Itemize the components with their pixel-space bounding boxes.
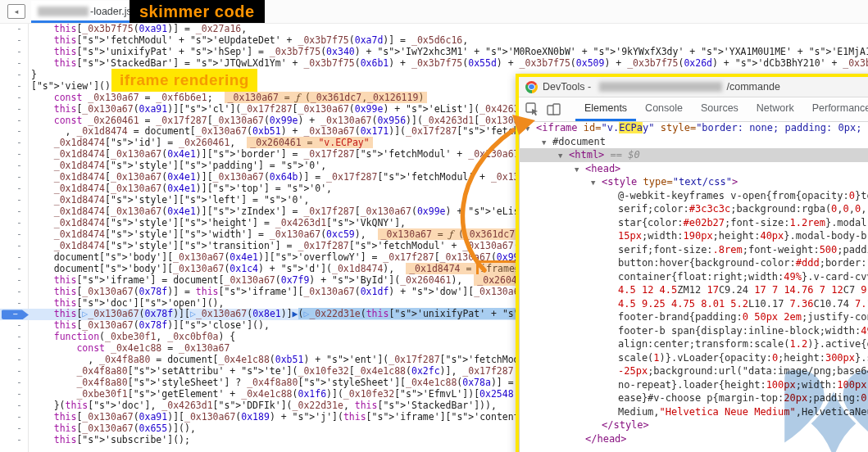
devtools-titlebar[interactable]: DevTools - /commande xyxy=(519,77,868,97)
tree-row[interactable]: 15px;width:190px;height:40px}.modal-body… xyxy=(519,229,868,243)
gutter-dash[interactable]: - xyxy=(16,115,22,127)
gutter-dash[interactable]: - xyxy=(16,160,22,172)
sidebar-toggle-icon[interactable]: ◂ xyxy=(7,4,25,19)
gutter-dash[interactable]: - xyxy=(16,252,22,264)
tab-sources[interactable]: Sources xyxy=(692,97,748,121)
tree-row[interactable]: scale(1)}.vLoader{opacity:0;height:300px… xyxy=(519,351,868,365)
expand-spacer xyxy=(607,257,618,271)
tree-row[interactable]: serif;color:#3c3c3c;background:rgba(0,0,… xyxy=(519,202,868,216)
expand-arrow-icon[interactable]: ▼ xyxy=(542,136,552,150)
tree-row[interactable]: no-repeat}.loader{height:100px;width:100… xyxy=(519,378,868,392)
annotation-text: _0x130a67 = ƒ (_0x361dc7,_0x126119) xyxy=(228,92,425,103)
gutter-dash[interactable]: - xyxy=(16,332,22,343)
tree-row[interactable]: </head> xyxy=(519,432,868,446)
gutter-dash[interactable]: - xyxy=(16,138,22,149)
gutter-dash[interactable]: - xyxy=(16,298,22,310)
tab-console[interactable]: Console xyxy=(636,97,692,121)
gutter-dash[interactable]: - xyxy=(16,275,22,287)
gutter-dash[interactable]: - xyxy=(16,104,22,115)
code-line[interactable]: - this[_0x3b7f75(0xa91)] = _0x27a16, xyxy=(0,24,868,35)
expand-arrow-icon[interactable]: ▼ xyxy=(575,163,585,177)
gutter-dash[interactable]: - xyxy=(16,241,22,252)
code-text: _0x1d8474["s">'style']["s">'padding'] = … xyxy=(31,160,326,171)
gutter-dash[interactable]: - xyxy=(16,343,22,355)
code-line[interactable]: - this["s">'fetchModul' + "s">'eUpdateDe… xyxy=(0,35,868,47)
gutter-dash[interactable]: - xyxy=(16,218,22,229)
node-token-css: 4.5 9.25 4.75 8.01 5.2L10.17 7.36C10.74 … xyxy=(618,298,868,310)
device-toolbar-icon[interactable] xyxy=(547,103,561,116)
tree-row[interactable]: -25px;background:url("data:image/png;bas… xyxy=(519,364,868,378)
gutter-dash[interactable]: - xyxy=(16,412,22,423)
gutter-dash[interactable]: - xyxy=(16,287,22,298)
code-text: const _0x260461 = _0x17f287[_0x130a67(0x… xyxy=(31,115,536,126)
node-token-tag: > xyxy=(732,176,738,188)
tree-row[interactable]: button:hover{background-color:#ddd;borde… xyxy=(519,256,868,270)
tab-network[interactable]: Network xyxy=(748,97,803,121)
gutter-dash[interactable]: - xyxy=(16,70,22,81)
gutter-dash[interactable]: - xyxy=(16,195,22,206)
gutter-dash[interactable]: - xyxy=(16,366,22,377)
code-text: this[_0x3b7f75(0xa91)] = _0x27a16, xyxy=(31,23,247,34)
devtools-title-redacted xyxy=(599,82,722,92)
tab-performance[interactable]: Performance xyxy=(803,97,868,121)
execution-pointer: − xyxy=(2,310,29,319)
gutter-dash[interactable]: - xyxy=(16,93,22,104)
gutter-dash[interactable]: - xyxy=(16,58,22,70)
annotation-text: _0x260461 = "v.ECPay" xyxy=(250,137,369,148)
code-text: _0x1d8474["s">'style']["s">'height'] = _… xyxy=(31,217,406,228)
tree-row[interactable]: container{float:right;width:49%}.v-card-… xyxy=(519,270,868,284)
node-token-css: ease}#v-choose p{margin-top:20px;padding… xyxy=(618,392,868,404)
tree-row[interactable]: ▼<iframe id="v.ECPay" style="border: non… xyxy=(519,121,868,135)
tree-row[interactable]: ease}#v-choose p{margin-top:20px;padding… xyxy=(519,391,868,405)
inspect-icon[interactable] xyxy=(525,102,539,116)
tree-row[interactable]: star{color:#e02b27;font-size:1.2rem}.mod… xyxy=(519,216,868,230)
tree-row[interactable]: 4.5 9.25 4.75 8.01 5.2L10.17 7.36C10.74 … xyxy=(519,297,868,311)
gutter-dash[interactable]: - xyxy=(16,81,22,93)
gutter-dash[interactable]: - xyxy=(16,320,22,332)
tree-row[interactable]: footer-brand{padding:0 50px 2em;justify-… xyxy=(519,310,868,324)
expand-arrow-icon[interactable]: ▼ xyxy=(591,176,602,190)
gutter-dash[interactable]: - xyxy=(16,435,22,446)
expand-spacer xyxy=(591,419,602,433)
expand-spacer xyxy=(607,311,618,325)
tab-elements[interactable]: Elements xyxy=(575,97,636,121)
tree-row[interactable]: ▼<head> xyxy=(519,162,868,176)
code-text: _0x1d8474[_0x130a67(0x4e1)]["s">'zIndex'… xyxy=(31,206,582,217)
tree-row[interactable]: ▼<style type="text/css"> xyxy=(519,175,868,189)
gutter-dash[interactable]: - xyxy=(16,35,22,47)
gutter-dash[interactable]: - xyxy=(16,389,22,400)
tree-row[interactable]: align:center;transform:scale(1.2)}.activ… xyxy=(519,337,868,351)
gutter-dash[interactable]: - xyxy=(16,126,22,138)
gutter-dash[interactable]: - xyxy=(16,24,22,35)
node-token-css: 4.5 12 4.5ZM12 17C9.24 17 7 14.76 7 12C7… xyxy=(618,284,868,296)
tree-row[interactable]: @-webkit-keyframes v-open{from{opacity:0… xyxy=(519,189,868,203)
tree-row[interactable]: Medium,"Helvetica Neue Medium",Helvetica… xyxy=(519,405,868,419)
tree-row[interactable]: </style> xyxy=(519,418,868,432)
gutter-dash[interactable]: - xyxy=(16,206,22,218)
gutter-dash[interactable]: - xyxy=(16,423,22,435)
gutter-dash[interactable]: - xyxy=(16,355,22,366)
tree-row[interactable]: 4.5 12 4.5ZM12 17C9.24 17 7 14.76 7 12C7… xyxy=(519,283,868,297)
code-text: _0x1d8474[_0x130a67(0x4e1)]["s">'border'… xyxy=(31,148,582,160)
expand-arrow-icon[interactable]: ▼ xyxy=(525,122,536,136)
gutter-dash[interactable]: - xyxy=(16,377,22,389)
code-line[interactable]: - this["s">'StackedBar'] = "s">'JTQwLXd1… xyxy=(0,58,868,70)
gutter-dash[interactable]: - xyxy=(16,400,22,412)
code-line[interactable]: - this["s">'unixifyPat' + "s">'hSep'] = … xyxy=(0,47,868,58)
gutter-dash[interactable]: - xyxy=(16,229,22,241)
code-text: _0x1d8474[_0x130a67(0x4e1)]["s">'top'] =… xyxy=(31,183,332,194)
gutter-dash[interactable]: - xyxy=(16,183,22,195)
node-token-meta: == $0 xyxy=(604,149,639,160)
gutter-dash[interactable]: - xyxy=(16,264,22,275)
tree-row[interactable]: serif;font-size:.8rem;font-weight:500;pa… xyxy=(519,243,868,257)
tab-filename: -loader.js xyxy=(90,6,132,17)
gutter-dash[interactable]: - xyxy=(16,172,22,183)
node-token-val: "border: none; padding: 0px; po xyxy=(696,122,868,133)
inline-annotation: _0x260461 = "v.ECPay" xyxy=(247,137,372,148)
expand-arrow-icon[interactable]: ▼ xyxy=(558,149,569,163)
gutter-dash[interactable]: - xyxy=(16,149,22,160)
gutter-dash[interactable]: - xyxy=(16,47,22,58)
tree-row[interactable]: footer-b span{display:inline-block;width… xyxy=(519,324,868,338)
tree-row[interactable]: ▼#document xyxy=(519,135,868,149)
tree-row-selected[interactable]: ▼<html> == $0 xyxy=(519,148,868,162)
